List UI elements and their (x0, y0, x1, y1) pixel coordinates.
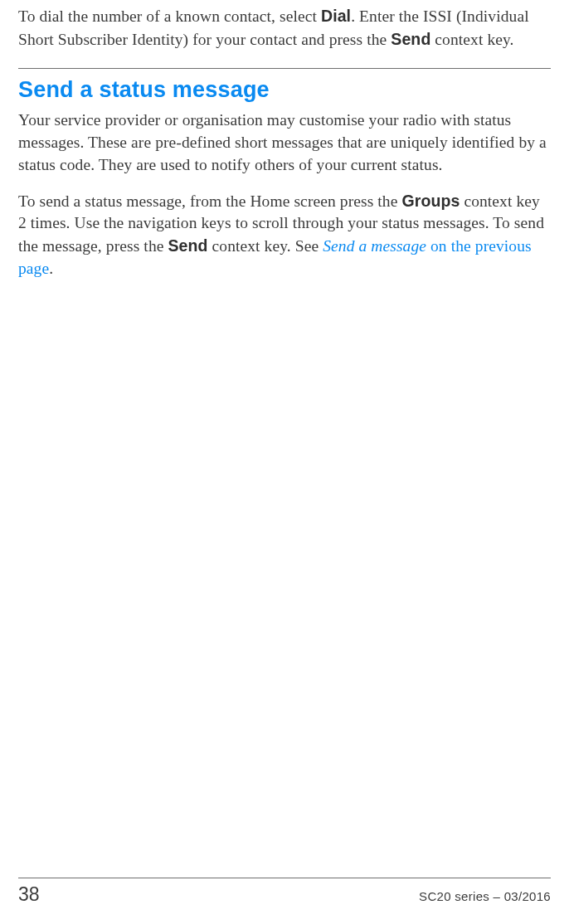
bold-groups: Groups (401, 192, 460, 210)
bold-send: Send (391, 30, 430, 48)
text: To send a status message, from the Home … (18, 192, 401, 210)
text: . (49, 260, 53, 277)
section-heading: Send a status message (18, 77, 551, 103)
footer-row: 38 SC20 series – 03/2016 (18, 883, 551, 906)
page-content: To dial the number of a known contact, s… (0, 0, 569, 280)
page-number: 38 (18, 883, 40, 906)
bold-dial: Dial (321, 7, 351, 25)
text: context key. (430, 31, 513, 48)
section-paragraph-2: To send a status message, from the Home … (18, 190, 551, 281)
page-footer: 38 SC20 series – 03/2016 (18, 878, 551, 906)
intro-paragraph: To dial the number of a known contact, s… (18, 5, 551, 51)
doc-info: SC20 series – 03/2016 (419, 889, 551, 903)
footer-divider (18, 878, 551, 878)
section-paragraph-1: Your service provider or organisation ma… (18, 109, 551, 177)
text: context key. See (208, 237, 323, 255)
link-text-italic: Send a message (323, 237, 426, 255)
section-divider (18, 68, 551, 69)
text: To dial the number of a known contact, s… (18, 7, 321, 25)
bold-send-2: Send (168, 236, 207, 255)
